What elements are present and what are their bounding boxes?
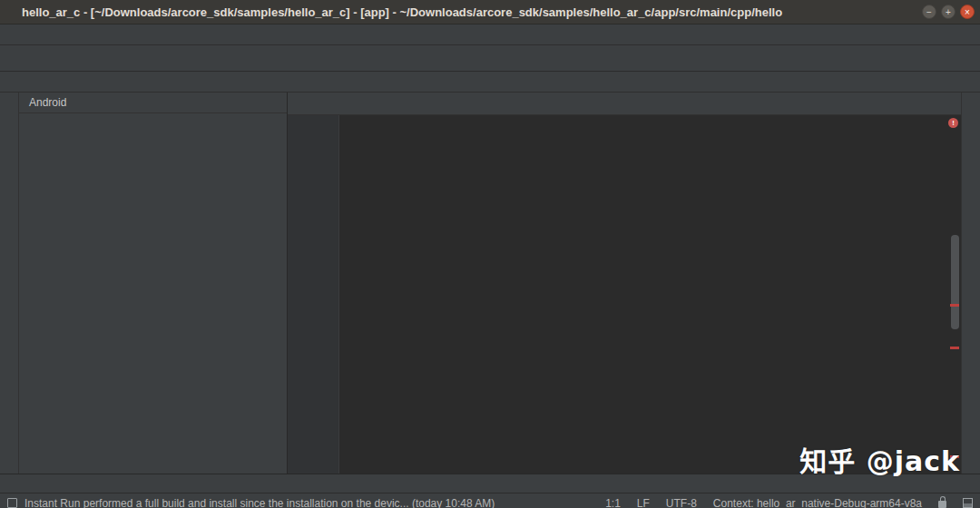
heap-indicator-icon[interactable] bbox=[963, 498, 973, 508]
minimize-button[interactable]: − bbox=[922, 5, 936, 19]
menu-bar bbox=[0, 24, 980, 45]
android-studio-window: hello_ar_c - [~/Downloads/arcore_sdk/sam… bbox=[0, 0, 980, 508]
build-context: Context: hello_ar_native-Debug-arm64-v8a bbox=[713, 497, 922, 508]
window-controls: −+× bbox=[916, 5, 980, 19]
project-tool-window: Android bbox=[19, 93, 288, 474]
error-stripe-mark[interactable] bbox=[950, 304, 959, 307]
toolwindow-toggle-icon[interactable] bbox=[7, 498, 17, 508]
left-toolwindow-bar bbox=[0, 93, 19, 474]
title-bar: hello_ar_c - [~/Downloads/arcore_sdk/sam… bbox=[0, 0, 980, 24]
editor-gutter bbox=[288, 115, 339, 474]
project-view-mode[interactable]: Android bbox=[29, 96, 66, 109]
window-title: hello_ar_c - [~/Downloads/arcore_sdk/sam… bbox=[0, 5, 916, 19]
status-right: 1:1 LF UTF-8 Context: hello_ar_native-De… bbox=[605, 497, 973, 508]
close-button[interactable]: × bbox=[960, 5, 975, 19]
inspection-error-badge[interactable]: ! bbox=[948, 118, 958, 128]
maximize-button[interactable]: + bbox=[941, 5, 956, 19]
main-area: Android ! bbox=[0, 93, 980, 474]
breadcrumb bbox=[0, 72, 980, 93]
line-ending[interactable]: LF bbox=[637, 497, 650, 508]
main-toolbar bbox=[0, 45, 980, 72]
code-editor[interactable]: ! bbox=[288, 115, 961, 474]
editor-scrollbar[interactable] bbox=[951, 235, 959, 329]
editor-column: ! bbox=[288, 93, 961, 474]
file-encoding[interactable]: UTF-8 bbox=[666, 497, 697, 508]
status-message: Instant Run performed a full build and i… bbox=[24, 497, 495, 508]
project-panel-header: Android bbox=[19, 93, 287, 113]
editor-tab-bar bbox=[288, 93, 961, 115]
error-stripe-mark[interactable] bbox=[950, 347, 959, 349]
watermark: 知乎 @jack bbox=[799, 439, 960, 479]
caret-position[interactable]: 1:1 bbox=[605, 497, 621, 508]
status-bar: Instant Run performed a full build and i… bbox=[0, 493, 980, 508]
right-toolwindow-bar bbox=[961, 93, 980, 474]
lock-icon[interactable] bbox=[938, 501, 946, 508]
project-tree bbox=[19, 113, 287, 474]
